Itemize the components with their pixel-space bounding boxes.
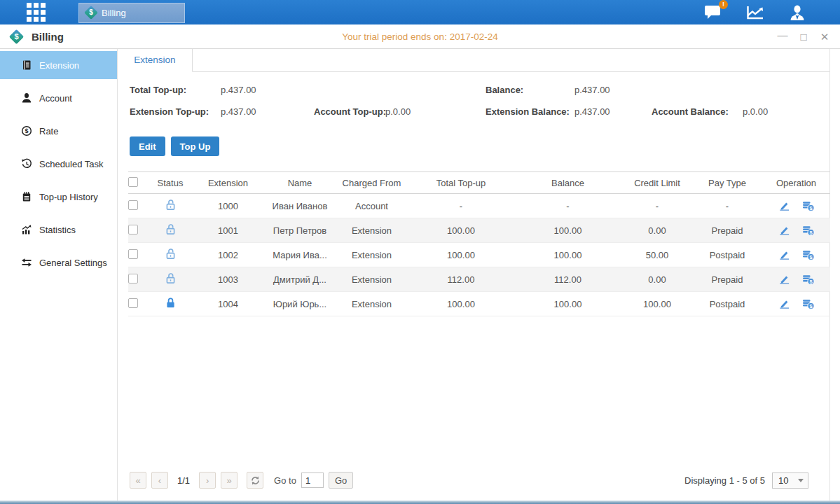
name-cell: Мария Ива... bbox=[265, 250, 335, 260]
ledger-icon bbox=[21, 59, 32, 71]
pay-type-cell: Postpaid bbox=[692, 250, 762, 260]
row-checkbox[interactable] bbox=[128, 249, 138, 259]
col-name: Name bbox=[265, 178, 335, 188]
sidebar-item-scheduled-task[interactable]: Scheduled Task bbox=[0, 150, 117, 178]
displaying-count: Displaying 1 - 5 of 5 bbox=[684, 475, 765, 486]
sidebar-item-label: Top-up History bbox=[39, 192, 98, 202]
select-all-checkbox[interactable] bbox=[128, 177, 138, 187]
goto-page-input[interactable] bbox=[301, 472, 324, 488]
go-button[interactable]: Go bbox=[329, 472, 353, 489]
name-cell: Иван Иванов bbox=[265, 201, 335, 211]
total-topup-cell: 100.00 bbox=[408, 250, 514, 260]
user-icon[interactable] bbox=[788, 4, 806, 21]
col-charged-from: Charged From bbox=[335, 178, 408, 188]
billing-app-icon: $ bbox=[84, 6, 98, 20]
account-balance-label: Account Balance: bbox=[652, 106, 729, 117]
maximize-icon[interactable]: □ bbox=[798, 31, 809, 43]
sidebar: Extension Account $ Rate Scheduled Task bbox=[0, 49, 118, 501]
total-topup-cell: 100.00 bbox=[408, 299, 514, 309]
pay-type-cell: Postpaid bbox=[692, 299, 762, 309]
bar-chart-icon bbox=[21, 224, 32, 235]
extension-cell: 1002 bbox=[191, 250, 265, 260]
page-size-dropdown[interactable]: 10 bbox=[772, 472, 808, 489]
dollar-circle-icon: $ bbox=[21, 125, 32, 136]
sidebar-item-statistics[interactable]: Statistics bbox=[0, 216, 117, 244]
edit-row-icon[interactable] bbox=[778, 225, 790, 236]
sidebar-item-rate[interactable]: $ Rate bbox=[0, 117, 117, 145]
edit-row-icon[interactable] bbox=[778, 298, 790, 309]
window-bottom-edge bbox=[0, 500, 840, 504]
edit-row-icon[interactable] bbox=[778, 200, 790, 211]
balance-cell: 100.00 bbox=[514, 225, 622, 236]
refresh-button[interactable] bbox=[247, 472, 263, 489]
col-operation: Operation bbox=[762, 178, 830, 188]
clock-icon bbox=[21, 158, 32, 169]
person-icon bbox=[21, 92, 32, 104]
sidebar-item-label: General Settings bbox=[39, 258, 107, 268]
taskbar: $ Billing ! bbox=[0, 0, 840, 24]
row-checkbox[interactable] bbox=[128, 200, 138, 210]
edit-button[interactable]: Edit bbox=[130, 136, 165, 156]
sidebar-item-general-settings[interactable]: General Settings bbox=[0, 248, 117, 276]
balance-cell: 100.00 bbox=[514, 250, 622, 260]
topup-row-icon[interactable]: $ bbox=[801, 225, 815, 236]
taskbar-billing-button[interactable]: $ Billing bbox=[78, 3, 185, 23]
row-checkbox[interactable] bbox=[128, 274, 138, 284]
messages-icon[interactable]: ! bbox=[704, 4, 722, 21]
first-page-button[interactable]: « bbox=[130, 472, 146, 489]
credit-limit-cell: 100.00 bbox=[622, 299, 692, 309]
balance-cell: 112.00 bbox=[514, 274, 622, 285]
row-checkbox[interactable] bbox=[128, 225, 138, 234]
charged-from-cell: Extension bbox=[335, 225, 408, 236]
page-size-value: 10 bbox=[778, 475, 788, 486]
window-titlebar: $ Billing Your trial period ends on: 201… bbox=[0, 24, 840, 49]
tab-extension[interactable]: Extension bbox=[118, 49, 193, 72]
close-icon[interactable]: ✕ bbox=[819, 31, 830, 43]
unlocked-icon bbox=[165, 223, 177, 235]
tabstrip: Extension bbox=[118, 49, 829, 72]
topup-row-icon[interactable]: $ bbox=[801, 298, 815, 309]
edit-row-icon[interactable] bbox=[778, 249, 790, 260]
topup-row-icon[interactable]: $ bbox=[801, 249, 815, 260]
extension-cell: 1001 bbox=[191, 225, 265, 236]
sidebar-item-account[interactable]: Account bbox=[0, 84, 117, 112]
extension-balance-label: Extension Balance: bbox=[486, 106, 570, 117]
total-topup-label: Total Top-up: bbox=[130, 85, 186, 95]
sidebar-item-topup-history[interactable]: Top-up History bbox=[0, 183, 117, 211]
balance-cell: - bbox=[514, 201, 622, 211]
row-checkbox[interactable] bbox=[128, 298, 138, 308]
charged-from-cell: Extension bbox=[335, 274, 408, 285]
name-cell: Петр Петров bbox=[265, 225, 335, 236]
charged-from-cell: Extension bbox=[335, 250, 408, 260]
topup-button[interactable]: Top Up bbox=[171, 136, 220, 156]
next-page-button[interactable]: › bbox=[199, 472, 216, 489]
extension-cell: 1003 bbox=[191, 274, 265, 285]
pay-type-cell: Prepaid bbox=[692, 225, 762, 236]
prev-page-button[interactable]: ‹ bbox=[151, 472, 168, 489]
sidebar-item-label: Rate bbox=[39, 126, 58, 136]
balance-cell: 100.00 bbox=[514, 299, 622, 309]
unlocked-icon bbox=[165, 199, 177, 211]
pay-type-cell: Prepaid bbox=[692, 274, 762, 285]
unlocked-icon bbox=[165, 248, 177, 260]
last-page-button[interactable]: » bbox=[221, 472, 237, 489]
chevron-down-icon bbox=[798, 479, 804, 482]
taskbar-billing-label: Billing bbox=[102, 8, 126, 18]
credit-limit-cell: 0.00 bbox=[622, 274, 692, 285]
trial-notice: Your trial period ends on: 2017-02-24 bbox=[0, 31, 840, 42]
minimize-icon[interactable]: — bbox=[777, 31, 788, 43]
app-launcher-icon[interactable] bbox=[25, 2, 46, 23]
edit-row-icon[interactable] bbox=[778, 274, 790, 285]
extension-balance-value: p.437.00 bbox=[574, 106, 610, 117]
topup-row-icon[interactable]: $ bbox=[801, 200, 815, 211]
name-cell: Дмитрий Д... bbox=[265, 274, 335, 285]
sidebar-item-extension[interactable]: Extension bbox=[0, 51, 117, 79]
pay-type-cell: - bbox=[692, 201, 762, 211]
topup-row-icon[interactable]: $ bbox=[801, 274, 815, 285]
content-panel: Extension Total Top-up: p.437.00 Balance… bbox=[118, 49, 830, 501]
col-pay-type: Pay Type bbox=[692, 178, 762, 188]
transfer-arrows-icon bbox=[21, 257, 32, 268]
col-credit-limit: Credit Limit bbox=[622, 178, 692, 188]
statistics-monitor-icon[interactable] bbox=[746, 4, 764, 21]
sidebar-item-label: Account bbox=[39, 93, 72, 104]
